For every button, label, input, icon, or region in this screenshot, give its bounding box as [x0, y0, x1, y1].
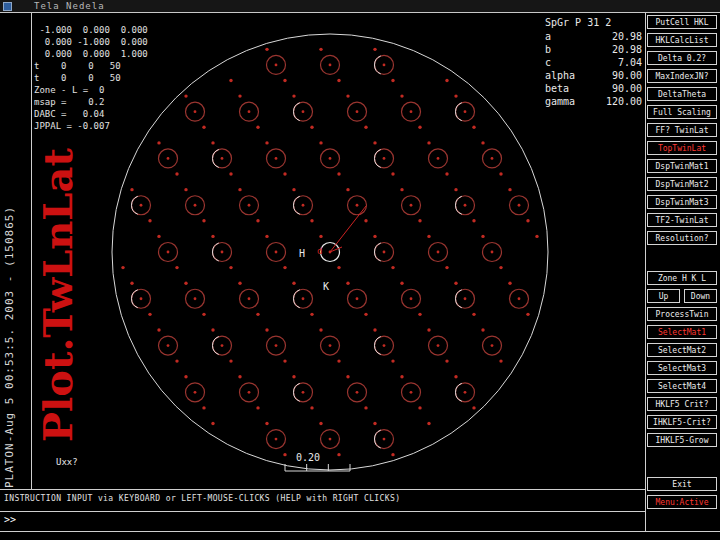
cell-param-beta: beta90.00 — [545, 82, 642, 95]
twin-matrix-block: -1.000 0.000 0.000 0.000 -1.000 0.000 0.… — [34, 24, 148, 132]
scale-value-label: 0.20 — [296, 452, 320, 463]
cell-param-c: c7.04 — [545, 56, 642, 69]
menu-item-full-scaling[interactable]: Full Scaling — [647, 105, 717, 119]
status-top-line — [0, 489, 646, 490]
menu-item-processtwin[interactable]: ProcessTwin — [647, 307, 717, 321]
menu-item-deltatheta[interactable]: DeltaTheta — [647, 87, 717, 101]
param-value: 7.04 — [618, 56, 642, 69]
menu-item-tf2-twinlat[interactable]: TF2-TwinLat — [647, 213, 717, 227]
menu-pair-row: UpDown — [647, 289, 717, 303]
menu-item-ff-twinlat[interactable]: FF? TwinLat — [647, 123, 717, 137]
menu-item-selectmat3[interactable]: SelectMat3 — [647, 361, 717, 375]
prompt-top-line — [0, 511, 646, 512]
menu-item-putcell-hkl[interactable]: PutCell HKL — [647, 15, 717, 29]
param-value: 90.00 — [612, 69, 642, 82]
app-window: Tela Nedela PLATON-Aug 5 00:53:5. 2003 -… — [0, 0, 720, 540]
cell-param-b: b20.98 — [545, 43, 642, 56]
param-value: 20.98 — [612, 30, 642, 43]
cell-parameters-panel: SpGr P 31 2 a20.98b20.98c7.04alpha90.00b… — [545, 16, 642, 108]
cell-param-gamma: gamma120.00 — [545, 95, 642, 108]
menu-item-dsptwinmat1[interactable]: DspTwinMat1 — [647, 159, 717, 173]
command-prompt[interactable]: >> — [4, 514, 16, 525]
menu-item-delta-0-2[interactable]: Delta 0.2? — [647, 51, 717, 65]
param-value: 120.00 — [606, 95, 642, 108]
menu-item-resolution[interactable]: Resolution? — [647, 231, 717, 245]
menu-item-maxindexjn[interactable]: MaxIndexJN? — [647, 69, 717, 83]
menu-item-menu-active[interactable]: Menu:Active — [647, 495, 717, 509]
spacegroup-label: SpGr P 31 2 — [545, 16, 642, 29]
instruction-text: INSTRUCTION INPUT via KEYBOARD or LEFT-M… — [4, 494, 400, 503]
param-name: c — [545, 56, 551, 69]
param-name: b — [545, 43, 551, 56]
param-name: a — [545, 30, 551, 43]
plot-title-vertical: Plot.TwLnLat — [34, 132, 81, 442]
menu-item-ihklf5-grow[interactable]: IHKLF5-Grow — [647, 433, 717, 447]
menu-item-dsptwinmat2[interactable]: DspTwinMat2 — [647, 177, 717, 191]
menu-item-zone-h-k-l[interactable]: Zone H K L — [647, 271, 717, 285]
menu-column: PutCell HKLHKLCalcListDelta 0.2?MaxIndex… — [647, 15, 717, 513]
axis-label-d: d — [317, 246, 322, 256]
menu-item-dsptwinmat3[interactable]: DspTwinMat3 — [647, 195, 717, 209]
menu-separator-line — [645, 13, 646, 531]
menu-item-selectmat2[interactable]: SelectMat2 — [647, 343, 717, 357]
param-name: gamma — [545, 95, 575, 108]
menu-item-hklf5-crit[interactable]: HKLF5 Crit? — [647, 397, 717, 411]
menu-item-selectmat1[interactable]: SelectMat1 — [647, 325, 717, 339]
menu-item-selectmat4[interactable]: SelectMat4 — [647, 379, 717, 393]
bottom-line — [0, 531, 720, 532]
menu-item-ihklf5-crit[interactable]: IHKLF5-Crit? — [647, 415, 717, 429]
menu-item-hklcalclist[interactable]: HKLCalcList — [647, 33, 717, 47]
param-value: 90.00 — [612, 82, 642, 95]
cell-param-alpha: alpha90.00 — [545, 69, 642, 82]
menu-item-exit[interactable]: Exit — [647, 477, 717, 491]
left-separator-line — [31, 13, 32, 489]
uxx-label: Uxx? — [56, 457, 78, 467]
cell-param-a: a20.98 — [545, 30, 642, 43]
menu-item-toptwinlat[interactable]: TopTwinLat — [647, 141, 717, 155]
build-stamp-vertical: PLATON-Aug 5 00:53:5. 2003 - (150865) — [3, 68, 16, 488]
axis-label-k: K — [323, 281, 329, 292]
menu-item-up[interactable]: Up — [647, 289, 680, 303]
menu-item-down[interactable]: Down — [684, 289, 717, 303]
param-name: alpha — [545, 69, 575, 82]
param-name: beta — [545, 82, 569, 95]
param-value: 20.98 — [612, 43, 642, 56]
axis-label-h: H — [299, 248, 305, 259]
